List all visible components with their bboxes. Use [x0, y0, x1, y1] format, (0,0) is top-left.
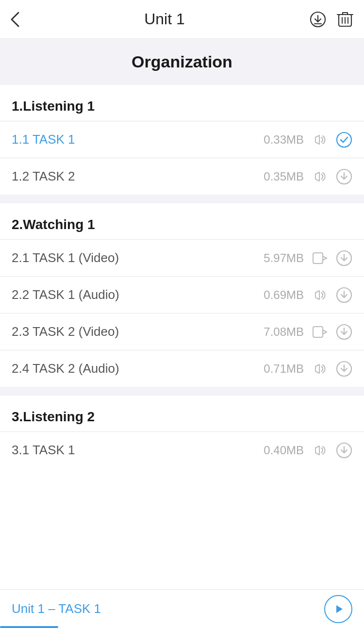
- video-icon: [312, 324, 328, 340]
- progress-bar: [0, 626, 58, 628]
- play-button[interactable]: [324, 595, 352, 623]
- task-label: 1.2 TASK 2: [12, 169, 264, 184]
- audio-icon: [312, 168, 328, 185]
- task-size: 5.97MB: [264, 251, 304, 265]
- task-label: 2.2 TASK 1 (Audio): [12, 287, 264, 302]
- task-meta: 0.69MB: [264, 287, 352, 303]
- trash-icon[interactable]: [336, 10, 354, 29]
- svg-rect-16: [313, 253, 323, 264]
- task-meta: 0.33MB: [264, 132, 352, 148]
- section-divider: [0, 195, 364, 203]
- task-row[interactable]: 2.2 TASK 1 (Audio)0.69MB: [0, 276, 364, 313]
- task-size: 0.40MB: [264, 444, 304, 457]
- svg-marker-13: [315, 172, 319, 181]
- task-size: 0.69MB: [264, 288, 304, 302]
- download-icon[interactable]: [309, 10, 327, 29]
- download-task-icon[interactable]: [336, 324, 352, 340]
- audio-icon: [312, 361, 328, 377]
- group-label: 3.Listening 2: [12, 409, 95, 424]
- task-label: 2.3 TASK 2 (Video): [12, 324, 264, 339]
- page-title: Unit 1: [144, 10, 185, 28]
- group-label: 2.Watching 1: [12, 217, 95, 232]
- task-size: 0.71MB: [264, 362, 304, 376]
- group-header-2: 2.Watching 1: [0, 203, 364, 239]
- task-label: 1.1 TASK 1: [12, 132, 264, 147]
- downloaded-check-icon[interactable]: [336, 132, 352, 148]
- task-meta: 7.08MB: [264, 324, 352, 340]
- now-playing-label[interactable]: Unit 1 – TASK 1: [12, 601, 101, 616]
- download-task-icon[interactable]: [336, 168, 352, 185]
- task-label: 2.4 TASK 2 (Audio): [12, 361, 264, 376]
- svg-marker-20: [315, 291, 319, 299]
- svg-marker-11: [315, 135, 319, 144]
- group-header-3: 3.Listening 2: [0, 396, 364, 431]
- audio-icon: [312, 287, 328, 303]
- task-label: 3.1 TASK 1: [12, 443, 264, 458]
- svg-marker-24: [323, 330, 327, 334]
- task-label: 2.1 TASK 1 (Video): [12, 250, 264, 265]
- task-row[interactable]: 1.1 TASK 10.33MB: [0, 121, 364, 158]
- audio-icon: [312, 442, 328, 459]
- svg-point-12: [337, 132, 351, 147]
- download-task-icon[interactable]: [336, 250, 352, 266]
- svg-marker-17: [323, 256, 327, 260]
- section-divider: [0, 387, 364, 396]
- task-row[interactable]: 2.4 TASK 2 (Audio)0.71MB: [0, 350, 364, 387]
- group-header-1: 1.Listening 1: [0, 85, 364, 121]
- task-row[interactable]: 1.2 TASK 20.35MB: [0, 158, 364, 195]
- task-meta: 5.97MB: [264, 250, 352, 266]
- task-row[interactable]: 2.3 TASK 2 (Video)7.08MB: [0, 313, 364, 350]
- download-task-icon[interactable]: [336, 361, 352, 377]
- download-task-icon[interactable]: [336, 287, 352, 303]
- task-meta: 0.71MB: [264, 361, 352, 377]
- back-button[interactable]: [10, 11, 20, 28]
- header: Unit 1: [0, 0, 364, 39]
- svg-marker-33: [336, 605, 343, 613]
- svg-rect-23: [313, 327, 323, 337]
- header-actions: [309, 10, 354, 29]
- group-label: 1.Listening 1: [12, 99, 95, 114]
- task-size: 0.35MB: [264, 170, 304, 183]
- download-task-icon[interactable]: [336, 442, 352, 459]
- task-size: 7.08MB: [264, 325, 304, 339]
- svg-marker-27: [315, 364, 319, 373]
- task-meta: 0.40MB: [264, 442, 352, 459]
- task-row[interactable]: 2.1 TASK 1 (Video)5.97MB: [0, 239, 364, 276]
- section-title: Organization: [10, 52, 354, 71]
- bottom-player-bar: Unit 1 – TASK 1: [0, 589, 364, 628]
- audio-icon: [312, 132, 328, 148]
- groups-container: 1.Listening 11.1 TASK 10.33MB 1.2 TASK 2…: [0, 85, 364, 468]
- svg-marker-30: [315, 446, 319, 455]
- video-icon: [312, 250, 328, 266]
- task-meta: 0.35MB: [264, 168, 352, 185]
- task-size: 0.33MB: [264, 133, 304, 147]
- task-row[interactable]: 3.1 TASK 10.40MB: [0, 431, 364, 468]
- section-label-bar: Organization: [0, 39, 364, 85]
